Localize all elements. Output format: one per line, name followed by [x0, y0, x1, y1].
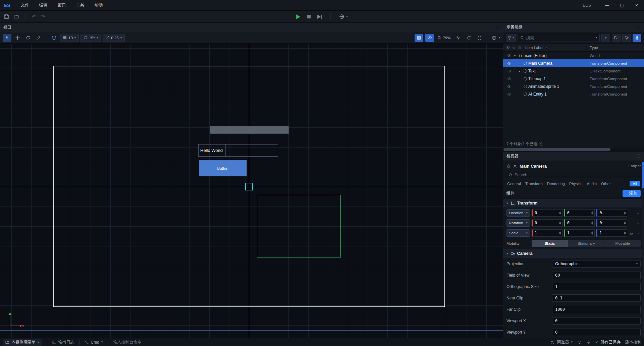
column-type[interactable]: Type	[590, 46, 598, 50]
menu-help[interactable]: 帮助	[90, 0, 108, 10]
redo-icon[interactable]: ↷	[41, 14, 45, 20]
location-z-field[interactable]: 0	[596, 209, 627, 217]
far-clip-input[interactable]: 1000	[552, 306, 641, 313]
menu-file[interactable]: 文件	[16, 0, 34, 10]
location-dropdown[interactable]: Location▾	[506, 209, 530, 217]
hierarchy-search[interactable]: ▾	[518, 34, 600, 42]
scale-x-field[interactable]: 1	[532, 229, 562, 237]
eye-icon[interactable]	[506, 77, 513, 81]
save-icon[interactable]	[4, 14, 9, 19]
hierarchy-search-input[interactable]	[526, 36, 594, 40]
grid-snap-dropdown[interactable]: 10 ▾	[60, 34, 79, 42]
scale-dropdown[interactable]: Scale▾	[506, 229, 530, 237]
add-component-button[interactable]: + 添加	[623, 190, 641, 197]
hierarchy-row-text[interactable]: ▸ Text UITextComponent	[503, 67, 644, 75]
eye-icon[interactable]	[506, 54, 513, 58]
spinner-icon[interactable]	[624, 221, 626, 225]
rotation-z-field[interactable]: 0	[596, 219, 627, 227]
ui-text-widget[interactable]: Hello World	[198, 144, 278, 157]
eye-icon[interactable]	[506, 61, 513, 65]
expand-panel-icon[interactable]	[495, 25, 499, 30]
location-x-field[interactable]: 0	[532, 209, 562, 217]
tab-physics[interactable]: Physics	[569, 182, 583, 186]
ui-button-widget[interactable]: Button	[199, 160, 247, 176]
eye-icon[interactable]	[506, 69, 513, 73]
refresh-button[interactable]	[465, 34, 473, 42]
hierarchy-row-ai-entity[interactable]: AI Entity 1 TransformComponent	[503, 90, 644, 98]
scale-z-field[interactable]: 1	[596, 229, 627, 237]
orthographic-size-input[interactable]: 1	[552, 283, 641, 290]
tab-general[interactable]: General	[507, 182, 521, 186]
close-button[interactable]: ✕	[629, 0, 644, 10]
new-folder-button[interactable]	[612, 34, 621, 42]
inspector-search[interactable]	[506, 172, 641, 178]
scale-y-field[interactable]: 1	[564, 229, 595, 237]
menu-edit[interactable]: 编辑	[34, 0, 53, 10]
network-signal-icon[interactable]	[577, 340, 582, 344]
tab-transform[interactable]: Transform	[525, 182, 543, 186]
hierarchy-row-animatedsprite[interactable]: AnimatedSprite 1 TransformComponent	[503, 82, 644, 90]
uniform-scale-lock-icon[interactable]	[629, 231, 634, 235]
camera-section-header[interactable]: ▾ Camera	[503, 249, 644, 258]
slider-widget[interactable]	[210, 126, 289, 134]
select-tool-button[interactable]	[3, 34, 11, 42]
cmd-dropdown[interactable]: Cmd ▾	[85, 340, 103, 345]
menu-tools[interactable]: 工具	[71, 0, 90, 10]
tilemap-bounds-rect[interactable]	[257, 195, 341, 257]
all-saved-indicator[interactable]: ✓ 所有已保存	[595, 339, 621, 345]
spinner-icon[interactable]	[591, 231, 593, 235]
viewport-world-dropdown[interactable]: ▾	[492, 36, 500, 40]
open-folder-icon[interactable]	[14, 14, 19, 19]
step-button[interactable]	[317, 15, 322, 19]
spinner-icon[interactable]	[591, 221, 593, 225]
mobility-static-option[interactable]: Static	[532, 240, 568, 247]
hierarchy-row-main-camera[interactable]: Main Camera TransformComponent	[503, 59, 644, 67]
star-column-icon[interactable]: ☆	[512, 45, 516, 50]
expand-panel-icon[interactable]	[637, 25, 641, 30]
rotate-tool-button[interactable]	[23, 34, 32, 42]
expand-panel-icon[interactable]	[637, 154, 641, 158]
field-of-view-input[interactable]: 60	[552, 272, 641, 279]
tab-rendering[interactable]: Rendering	[547, 182, 565, 186]
snap-magnet-icon[interactable]	[50, 34, 58, 42]
rotation-snap-dropdown[interactable]: 15° ▾	[80, 34, 101, 42]
output-log-button[interactable]: 输出日志	[52, 339, 74, 345]
spinner-icon[interactable]	[559, 231, 561, 235]
rotation-dropdown[interactable]: Rotation▾	[506, 219, 530, 227]
selection-gizmo[interactable]	[245, 183, 253, 190]
expand-chevron-icon[interactable]: ▾	[513, 54, 517, 57]
zoom-control[interactable]: 79%	[436, 36, 452, 40]
reset-arrows-icon[interactable]: ↔	[635, 231, 641, 235]
expand-chevron-icon[interactable]: ▸	[517, 69, 522, 73]
eye-icon[interactable]	[506, 84, 513, 89]
stats-button[interactable]	[454, 34, 463, 42]
minimize-button[interactable]: —	[600, 0, 614, 10]
near-clip-input[interactable]: 0.1	[552, 294, 641, 302]
stop-button[interactable]	[307, 15, 311, 18]
edit-tool-button[interactable]	[34, 34, 43, 42]
reset-arrows-icon[interactable]: ↔	[635, 221, 641, 225]
scene-canvas[interactable]: Hello World Button x	[0, 44, 503, 338]
rotation-y-field[interactable]: 0	[564, 219, 595, 227]
play-button[interactable]	[296, 14, 300, 19]
microphone-icon[interactable]	[586, 340, 590, 344]
scrollbar-thumb[interactable]	[642, 162, 644, 188]
version-control-button[interactable]: 版本控制	[625, 339, 641, 345]
mobility-stationary-option[interactable]: Stationary	[568, 240, 605, 247]
spinner-icon[interactable]	[624, 211, 626, 215]
viewport-x-input[interactable]: 0	[552, 317, 641, 325]
layers-view-button[interactable]	[633, 34, 641, 42]
location-y-field[interactable]: 0	[564, 209, 595, 217]
transform-section-header[interactable]: ▾ Transform	[503, 198, 644, 208]
fullscreen-button[interactable]	[475, 34, 484, 42]
spinner-icon[interactable]	[559, 221, 561, 225]
console-command-placeholder[interactable]: 输入控制台命令	[113, 339, 141, 345]
tab-other[interactable]: Other	[601, 182, 611, 186]
lock-column-icon[interactable]	[518, 45, 522, 50]
scrollbar-thumb[interactable]	[503, 148, 610, 151]
move-tool-button[interactable]	[13, 34, 22, 42]
hierarchy-settings-button[interactable]	[622, 34, 631, 42]
inspector-scrollbar[interactable]	[642, 162, 644, 338]
spinner-icon[interactable]	[559, 211, 561, 215]
column-item-label[interactable]: Item Label	[525, 46, 543, 50]
